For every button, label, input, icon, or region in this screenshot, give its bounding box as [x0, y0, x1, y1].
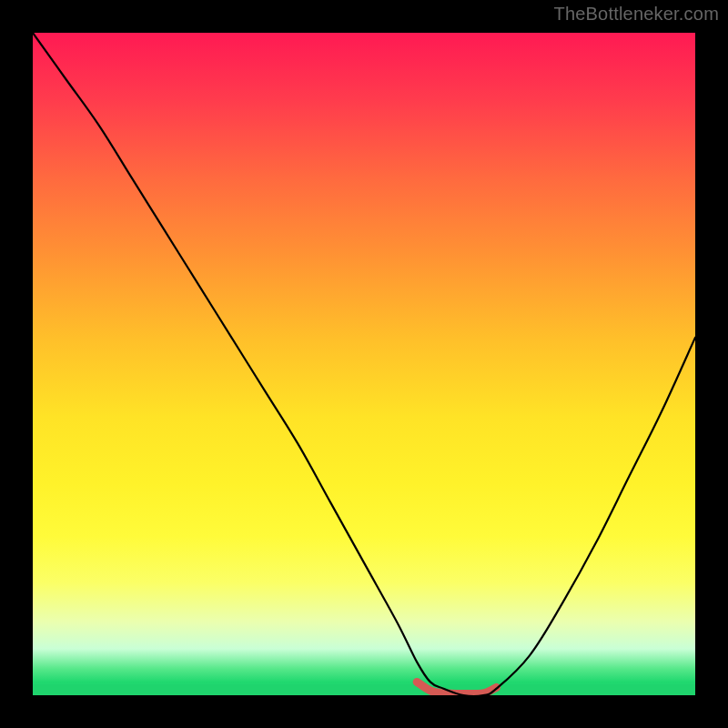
bottleneck-curve	[33, 33, 695, 695]
chart-frame: TheBottleneker.com	[0, 0, 728, 728]
plot-area	[33, 33, 695, 695]
curve-layer	[33, 33, 695, 695]
attribution-label: TheBottleneker.com	[554, 4, 719, 25]
optimal-range-highlight	[417, 682, 496, 693]
